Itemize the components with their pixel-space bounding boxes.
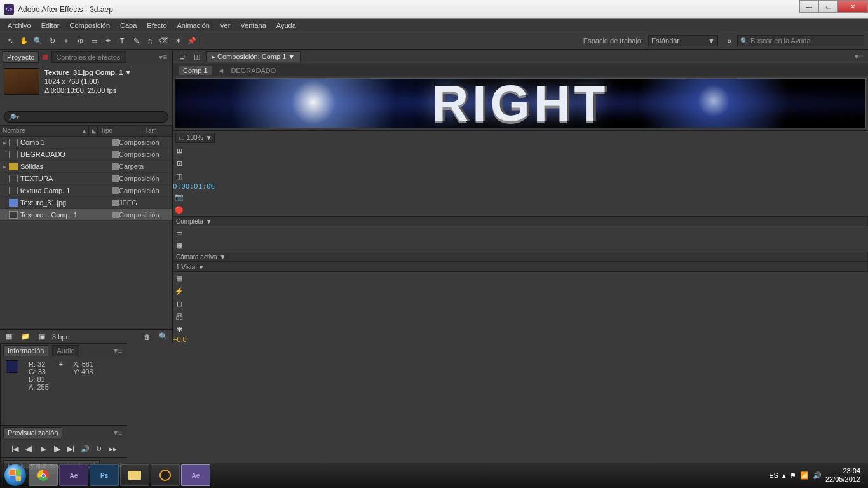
project-item-thumbnail[interactable] — [4, 68, 39, 95]
puppet-tool-icon[interactable]: 📌 — [186, 34, 198, 47]
project-item[interactable]: TEXTURAComposición — [0, 173, 172, 185]
hand-tool-icon[interactable]: ✋ — [18, 34, 31, 47]
mask-icon[interactable]: ◫ — [173, 170, 186, 182]
menu-ver[interactable]: Ver — [215, 20, 236, 30]
menu-efecto[interactable]: Efecto — [142, 20, 172, 30]
first-frame-icon[interactable]: |◀ — [10, 444, 21, 454]
menu-animacion[interactable]: Animación — [172, 20, 215, 30]
pixel-aspect-icon[interactable]: ▤ — [173, 272, 186, 285]
project-item[interactable]: Texture_31.jpgJPEG — [0, 197, 172, 209]
help-search-input[interactable]: 🔍 Buscar en la Ayuda — [737, 35, 864, 46]
menu-archivo[interactable]: Archivo — [3, 20, 36, 30]
menu-ayuda[interactable]: Ayuda — [271, 20, 301, 30]
comp-flowchart-icon[interactable]: 品 — [173, 310, 186, 323]
channel-icon[interactable]: 🔴 — [173, 203, 186, 216]
new-comp-icon[interactable]: ▣ — [36, 330, 48, 343]
workspace-dropdown[interactable]: Estándar▼ — [648, 35, 718, 46]
project-search-input[interactable]: 🔎▾ — [4, 111, 168, 123]
zoom-dropdown[interactable]: ▭100%▼ — [175, 133, 215, 143]
view-dropdown[interactable]: Cámara activa▼ — [173, 252, 868, 262]
camera-tool-icon[interactable]: ⌖ — [60, 34, 72, 47]
tray-show-hidden-icon[interactable]: ▴ — [782, 471, 786, 480]
timeline-icon[interactable]: ⊟ — [173, 297, 186, 310]
composition-panel-tab[interactable]: ▸ Composición: Comp 1 ▼ — [206, 51, 301, 62]
breadcrumb-item[interactable]: DEGRADADO — [231, 67, 276, 74]
roi-icon[interactable]: ▭ — [173, 226, 186, 239]
project-bpc[interactable]: 8 bpc — [52, 333, 69, 341]
panel-menu-icon[interactable]: ▾≡ — [111, 346, 125, 355]
maximize-button[interactable]: ▭ — [818, 0, 837, 13]
clone-tool-icon[interactable]: ⎌ — [144, 34, 156, 47]
last-frame-icon[interactable]: ▶| — [65, 444, 77, 454]
taskbar-after-effects-active[interactable]: Ae — [181, 464, 210, 486]
menu-capa[interactable]: Capa — [115, 20, 142, 30]
close-button[interactable]: ✕ — [837, 0, 868, 13]
exposure-reset-icon[interactable]: ✱ — [173, 323, 186, 336]
taskbar-after-effects[interactable]: Ae — [59, 464, 88, 486]
taskbar-explorer[interactable] — [120, 464, 149, 486]
text-tool-icon[interactable]: T — [116, 34, 128, 47]
taskbar-chrome[interactable] — [29, 464, 58, 486]
fast-preview-icon[interactable]: ⚡ — [173, 285, 186, 297]
project-item[interactable]: ▸SólidasCarpeta — [0, 161, 172, 173]
menu-bar: Archivo Editar Composición Capa Efecto A… — [0, 19, 868, 32]
tray-clock[interactable]: 23:04 22/05/2012 — [825, 467, 860, 484]
roto-tool-icon[interactable]: ✶ — [172, 34, 184, 47]
project-tab[interactable]: Proyecto — [3, 51, 39, 63]
effect-controls-tab[interactable]: Controles de efectos: — [51, 51, 126, 63]
comp-flowchart-icon[interactable]: ⊞ — [175, 50, 188, 63]
project-item[interactable]: textura Comp. 1Composición — [0, 185, 172, 197]
preview-tab[interactable]: Previsualización — [3, 427, 62, 438]
current-time[interactable]: 0:00:01:06 — [173, 182, 868, 191]
snapshot-icon[interactable]: 📷 — [173, 191, 186, 203]
menu-editar[interactable]: Editar — [36, 20, 65, 30]
comp-nav-icon[interactable]: ◫ — [191, 50, 203, 63]
brush-tool-icon[interactable]: ✎ — [130, 34, 142, 47]
rotation-tool-icon[interactable]: ↻ — [46, 34, 58, 47]
search-dropdown-icon[interactable]: » — [723, 34, 736, 47]
project-item[interactable]: ▸Comp 1Composición — [0, 137, 172, 149]
tray-flag-icon[interactable]: ⚑ — [790, 471, 796, 480]
menu-composicion[interactable]: Composición — [64, 20, 115, 30]
guides-icon[interactable]: ⊡ — [173, 157, 186, 170]
composition-viewer[interactable]: RIGHT — [175, 79, 865, 128]
exposure-value[interactable]: +0,0 — [173, 336, 868, 343]
panel-menu-icon[interactable]: ▾≡ — [156, 53, 170, 62]
play-icon[interactable]: ▶ — [37, 444, 49, 454]
pan-behind-tool-icon[interactable]: ⊕ — [74, 34, 86, 47]
ram-preview-icon[interactable]: ▸▸ — [107, 444, 119, 454]
audio-tab[interactable]: Audio — [52, 345, 79, 356]
project-item[interactable]: DEGRADADOComposición — [0, 149, 172, 161]
project-column-headers[interactable]: Nombre▴ ◣ Tipo Tam — [0, 125, 172, 137]
info-tab[interactable]: Información — [3, 345, 48, 356]
project-item[interactable]: Texture... Comp. 1Composición — [0, 209, 172, 221]
next-frame-icon[interactable]: |▶ — [51, 444, 63, 454]
prev-frame-icon[interactable]: ◀| — [24, 444, 35, 454]
menu-ventana[interactable]: Ventana — [235, 20, 271, 30]
comp-subtab[interactable]: Comp 1 — [179, 66, 212, 75]
transparency-icon[interactable]: ▦ — [173, 239, 186, 252]
grid-icon[interactable]: ⊞ — [173, 144, 186, 157]
audio-icon[interactable]: 🔊 — [79, 444, 91, 454]
delete-icon[interactable]: 🗑 — [140, 330, 153, 343]
taskbar-photoshop[interactable]: Ps — [90, 464, 119, 486]
project-search-icon[interactable]: 🔍 — [157, 330, 170, 343]
selection-tool-icon[interactable]: ↖ — [4, 34, 17, 47]
shape-tool-icon[interactable]: ▭ — [88, 34, 100, 47]
tray-volume-icon[interactable]: 🔊 — [813, 471, 822, 480]
taskbar-app-orange[interactable] — [151, 464, 180, 486]
resolution-dropdown[interactable]: Completa▼ — [173, 216, 868, 226]
new-folder-icon[interactable]: 📁 — [19, 330, 32, 343]
panel-menu-icon[interactable]: ▾≡ — [852, 52, 865, 61]
loop-icon[interactable]: ↻ — [93, 444, 105, 454]
eraser-tool-icon[interactable]: ⌫ — [158, 34, 170, 47]
zoom-tool-icon[interactable]: 🔍 — [32, 34, 44, 47]
start-button[interactable] — [3, 463, 28, 488]
panel-menu-icon[interactable]: ▾≡ — [111, 428, 125, 437]
tray-network-icon[interactable]: 📶 — [800, 471, 809, 480]
minimize-button[interactable]: — — [799, 0, 818, 13]
tray-language[interactable]: ES — [769, 471, 778, 479]
interpret-footage-icon[interactable]: ▦ — [3, 330, 15, 343]
views-count-dropdown[interactable]: 1 Vista▼ — [173, 262, 868, 272]
pen-tool-icon[interactable]: ✒ — [102, 34, 114, 47]
